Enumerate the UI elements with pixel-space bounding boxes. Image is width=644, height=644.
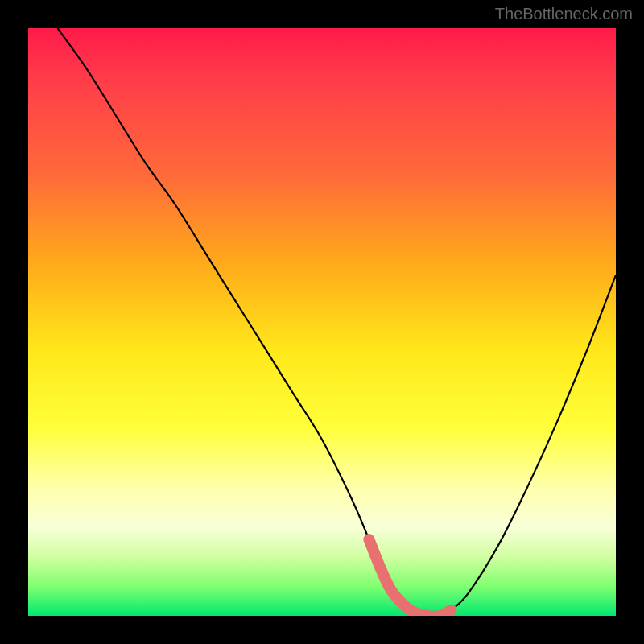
chart-plot-area <box>28 28 616 616</box>
chart-svg <box>28 28 616 616</box>
watermark-text: TheBottleneck.com <box>495 5 633 23</box>
curve-highlight <box>369 539 451 616</box>
bottleneck-curve <box>58 28 617 616</box>
